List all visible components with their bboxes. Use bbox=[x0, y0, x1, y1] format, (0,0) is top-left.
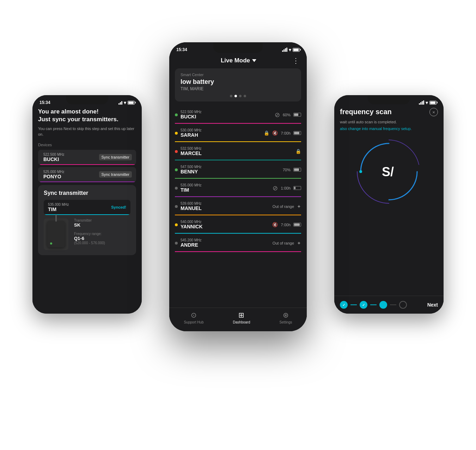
time-sarah: 7:00h bbox=[281, 131, 291, 135]
time-center: 15:34 bbox=[176, 47, 187, 52]
lock-icon-marcel: 🔒 bbox=[295, 149, 301, 154]
ch-info-tim: 535.000 MHz TIM bbox=[181, 183, 273, 193]
time-yannick: 7:00h bbox=[281, 223, 291, 227]
ch-freq-andre: 545.200 MHz bbox=[181, 238, 273, 242]
indicator-sarah bbox=[175, 132, 178, 135]
right-phone: ▾ frequency scan × wait until auto scan … bbox=[334, 95, 444, 314]
signal-icon-left bbox=[118, 100, 122, 105]
nav-support-hub[interactable]: ⊙ Support Hub bbox=[184, 311, 203, 324]
notch-left bbox=[66, 95, 108, 104]
sennheiser-logo-svg: S/ bbox=[380, 163, 398, 180]
mute-icon-yannick: 🔇 bbox=[272, 222, 278, 227]
battery-pct-bucki: 60% bbox=[283, 113, 291, 117]
ch-meta-yannick: 🔇 7:00h bbox=[272, 222, 301, 227]
indicator-tim bbox=[175, 187, 178, 190]
ch-freq-manuel: 539.600 MHz bbox=[181, 202, 273, 205]
step-4 bbox=[399, 301, 407, 309]
ch-info-bucki: 522.500 MHz BUCKI bbox=[181, 110, 275, 119]
indicator-benny bbox=[175, 168, 178, 171]
sync-btn-ponyo[interactable]: Sync transmitter bbox=[99, 171, 132, 178]
freq-range-detail: (520.000 - 576.000) bbox=[74, 241, 105, 245]
battery-bar-bucki bbox=[293, 113, 301, 117]
status-icons-right: ▾ bbox=[419, 100, 437, 105]
ch-name-tim: TIM bbox=[181, 187, 273, 193]
more-button[interactable]: ⋮ bbox=[292, 56, 300, 65]
sync-btn-bucki[interactable]: Sync transmitter bbox=[99, 154, 132, 160]
indicator-bucki bbox=[175, 113, 178, 116]
out-of-range-andre: Out of range bbox=[273, 241, 294, 245]
ch-info-benny: 547.500 MHz BENNY bbox=[181, 165, 283, 174]
battery-bar-sarah bbox=[293, 131, 301, 135]
dropdown-arrow-icon bbox=[252, 59, 256, 62]
wifi-icon-left: ▾ bbox=[124, 100, 126, 105]
channel-row-sarah[interactable]: 530.000 MHz SARAH 🔒 🔇 7:00h bbox=[175, 124, 301, 142]
ch-name-manuel: MANUEL bbox=[181, 205, 273, 211]
battery-bar-tim bbox=[293, 186, 301, 190]
step-2: ✓ bbox=[360, 301, 367, 309]
channel-row-marcel[interactable]: 532.500 MHz MARCEL 🔒 bbox=[175, 142, 301, 161]
center-screen: 15:34 ▾ Live bbox=[169, 42, 307, 331]
progress-bar: ✓ ✓ Next bbox=[334, 296, 444, 314]
channel-row-bucki[interactable]: 522.500 MHz BUCKI ⊘ 60% bbox=[175, 106, 301, 124]
bluetooth-icon-manuel: ✦ bbox=[297, 204, 301, 209]
nav-settings[interactable]: ⊛ Settings bbox=[279, 311, 292, 324]
support-hub-label: Support Hub bbox=[184, 320, 203, 324]
smart-center-card: Smart Center low battery TIM, MARIE bbox=[175, 68, 301, 101]
ch-info-yannick: 540.000 MHz YANNICK bbox=[181, 220, 272, 229]
devices-label: Devices bbox=[38, 143, 136, 147]
indicator-yannick bbox=[175, 223, 178, 226]
nav-dashboard[interactable]: ⊞ Dashboard bbox=[233, 311, 250, 324]
close-icon: × bbox=[432, 110, 435, 115]
channel-row-yannick[interactable]: 540.000 MHz YANNICK 🔇 7:00h bbox=[175, 216, 301, 234]
battery-pct-benny: 70% bbox=[283, 168, 291, 172]
next-button[interactable]: Next bbox=[427, 302, 438, 308]
left-screen: 15:34 ▾ You are almost done!Just sync yo… bbox=[32, 95, 142, 314]
transmitter-image bbox=[44, 218, 68, 250]
ch-info-andre: 545.200 MHz ANDRE bbox=[181, 238, 273, 248]
battery-bar-yannick bbox=[293, 223, 301, 227]
sc-dot-1 bbox=[230, 95, 232, 97]
mute-icon-bucki: ⊘ bbox=[275, 111, 280, 119]
ch-name-yannick: YANNICK bbox=[181, 224, 272, 229]
live-mode-button[interactable]: Live Mode bbox=[221, 57, 256, 64]
status-icons-left: ▾ bbox=[118, 100, 135, 105]
sync-name-tim: TIM bbox=[48, 206, 69, 212]
ch-freq-tim: 535.000 MHz bbox=[181, 183, 273, 187]
transmitter-label: Transmitter bbox=[74, 218, 105, 222]
ch-freq-sarah: 530.000 MHz bbox=[181, 128, 264, 132]
device-row-ponyo[interactable]: 525.000 MHz PONYO Sync transmitter bbox=[38, 167, 136, 182]
settings-label: Settings bbox=[279, 320, 292, 324]
live-mode-label: Live Mode bbox=[221, 57, 250, 64]
ch-meta-tim: ⊘ 1:00h bbox=[273, 184, 301, 192]
ch-freq-marcel: 532.500 MHz bbox=[181, 147, 295, 150]
smart-center-dots bbox=[181, 95, 295, 97]
channel-row-tim[interactable]: 535.000 MHz TIM ⊘ 1:00h bbox=[175, 179, 301, 197]
transmitter-body bbox=[47, 221, 65, 247]
left-subtitle: You can press Next to skip this step and… bbox=[38, 126, 136, 137]
channel-row-manuel[interactable]: 539.600 MHz MANUEL Out of range ✦ bbox=[175, 197, 301, 216]
ch-info-sarah: 530.000 MHz SARAH bbox=[181, 128, 264, 138]
channel-row-benny[interactable]: 547.500 MHz BENNY 70% bbox=[175, 161, 301, 179]
scene: 15:34 ▾ You are almost done!Just sync yo… bbox=[0, 0, 476, 450]
notch-center bbox=[213, 42, 263, 53]
transmitter-box: Transmitter SK Frequency range: Q1-6 (52… bbox=[44, 218, 130, 250]
smart-center-title: low battery bbox=[181, 78, 295, 86]
right-screen: ▾ frequency scan × wait until auto scan … bbox=[334, 95, 444, 314]
transmitter-type: SK bbox=[74, 222, 105, 228]
ch-meta-andre: Out of range ✦ bbox=[273, 240, 301, 246]
channel-row-andre[interactable]: 545.200 MHz ANDRE Out of range ✦ bbox=[175, 234, 301, 252]
device-row-bucki[interactable]: 522.500 MHz BUCKI Sync transmitter bbox=[38, 150, 136, 165]
step-line-2 bbox=[370, 304, 377, 305]
indicator-manuel bbox=[175, 205, 178, 208]
svg-text:S/: S/ bbox=[382, 165, 394, 179]
support-hub-icon: ⊙ bbox=[191, 311, 197, 319]
signal-icon-right bbox=[419, 100, 424, 105]
freq-scan-link[interactable]: also change into manual frequency setup. bbox=[340, 127, 438, 131]
transmitter-led bbox=[50, 242, 52, 245]
ch-meta-bucki: ⊘ 60% bbox=[275, 111, 301, 119]
close-button[interactable]: × bbox=[429, 108, 438, 116]
sync-modal-title: Sync transmitter bbox=[44, 190, 130, 196]
transmitter-antenna bbox=[55, 215, 57, 222]
wifi-icon-right: ▾ bbox=[426, 100, 428, 105]
ch-freq-yannick: 540.000 MHz bbox=[181, 220, 272, 224]
